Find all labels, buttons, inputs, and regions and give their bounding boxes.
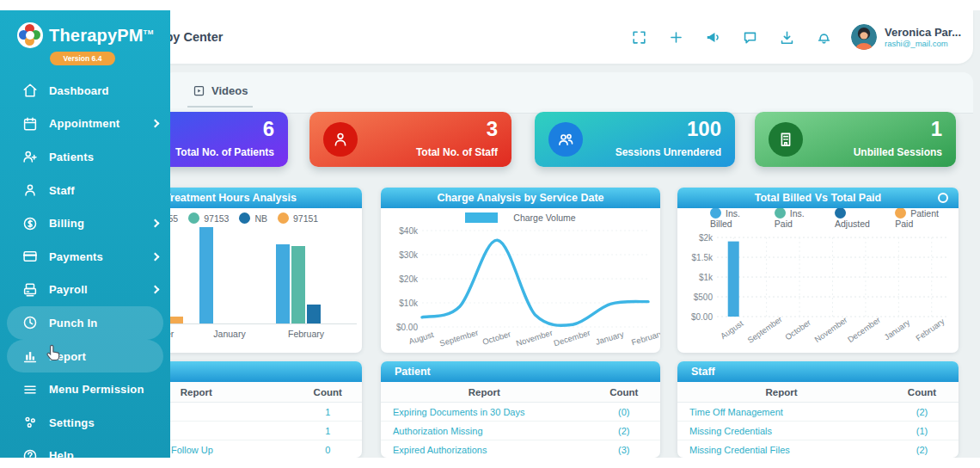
sidebar-item-dashboard[interactable]: Dashboard xyxy=(0,74,170,108)
report-count[interactable]: 1 xyxy=(293,407,362,417)
svg-text:$40k: $40k xyxy=(399,226,419,236)
stat-card-value: 6 xyxy=(263,117,274,141)
table-row: Expiring Documents in 30 Days (0) xyxy=(381,403,660,422)
sidebar-item-appointment[interactable]: Appointment xyxy=(0,108,170,141)
fullscreen-icon[interactable] xyxy=(631,29,647,46)
sidebar-item-patients[interactable]: Patients xyxy=(0,140,170,174)
svg-text:October: October xyxy=(783,317,812,342)
svg-text:November: November xyxy=(515,328,554,348)
stat-card-sessions-unrendered[interactable]: 100 Sessions Unrendered xyxy=(535,112,735,167)
user-menu[interactable]: Veronica Par... rashi@_mail.com xyxy=(848,21,973,53)
report-link[interactable]: Missing Credentials xyxy=(677,426,885,436)
sidebar-item-payroll[interactable]: Payroll xyxy=(0,274,170,307)
sidebar-item-staff[interactable]: Staff xyxy=(0,174,170,207)
report-table-patient: Patient Report Count Expiring Documents … xyxy=(381,361,660,458)
app-root: Therapy Center Veronica Par... rashi@_ma… xyxy=(0,10,980,458)
sidebar-item-label: Dashboard xyxy=(49,84,109,97)
report-count[interactable]: 1 xyxy=(293,426,362,436)
sidebar-item-menu-permission[interactable]: Menu Permission xyxy=(0,373,170,406)
charge-analysis-panel: Charge Analysis by Service Date Charge V… xyxy=(381,188,660,353)
chat-icon[interactable] xyxy=(742,29,758,46)
download-icon[interactable] xyxy=(779,29,795,46)
svg-text:September: September xyxy=(745,314,783,345)
report-link[interactable]: Missing Credential Files xyxy=(677,445,885,455)
legend-item: Adjusted xyxy=(835,207,885,229)
table-row: Expired Authorizations (3) xyxy=(381,440,660,458)
report-link[interactable]: Authorization Missing xyxy=(381,426,588,436)
header-icon-row xyxy=(631,29,848,46)
legend-item: NB xyxy=(239,212,267,224)
sidebar-item-label: Appointment xyxy=(49,117,119,130)
chevron-right-icon xyxy=(151,219,160,228)
sidebar-item-help[interactable]: Help xyxy=(0,440,170,458)
chevron-right-icon xyxy=(151,286,160,294)
bar-chart-icon xyxy=(22,348,38,364)
refresh-icon[interactable] xyxy=(938,193,948,203)
column-count: Count xyxy=(293,387,362,397)
table-row: Authorization Missing (2) xyxy=(381,422,660,440)
stat-card-unbilled-sessions[interactable]: 1 Unbilled Sessions xyxy=(755,112,956,167)
stat-card-total-no-of-staff[interactable]: 3 Total No. of Staff xyxy=(309,112,511,167)
sidebar-item-label: Payroll xyxy=(49,283,88,296)
sidebar: TherapyPMTM Version 6.4 Dashboard Appoin… xyxy=(0,10,170,458)
column-report: Report xyxy=(677,387,885,397)
bar-january-97155 xyxy=(199,227,213,323)
home-icon xyxy=(22,83,38,98)
column-report: Report xyxy=(381,387,588,397)
sidebar-item-label: Menu Permission xyxy=(49,383,144,396)
legend-item: 97153 xyxy=(188,212,229,224)
column-count: Count xyxy=(885,387,959,397)
user-icon xyxy=(323,122,358,157)
bell-icon[interactable] xyxy=(816,29,832,46)
app-logo: TherapyPMTM xyxy=(0,10,170,48)
table-column-headers: Report Count xyxy=(677,382,959,403)
sidebar-item-label: Patients xyxy=(49,151,94,163)
column-count: Count xyxy=(588,387,661,397)
billing-icon xyxy=(22,216,38,231)
report-count[interactable]: (0) xyxy=(588,407,661,417)
report-count[interactable]: (2) xyxy=(588,426,661,436)
table-row: Missing Credential Files (2) xyxy=(677,440,959,458)
report-link[interactable]: Expired Authorizations xyxy=(381,445,588,455)
sidebar-item-settings[interactable]: Settings xyxy=(0,406,170,440)
sidebar-item-billing[interactable]: Billing xyxy=(0,206,170,240)
svg-text:January: January xyxy=(882,317,911,342)
sidebar-item-label: Settings xyxy=(49,416,95,429)
nodes-icon xyxy=(22,415,38,430)
report-count[interactable]: (2) xyxy=(885,445,959,455)
chart-legend: Ins. BilledIns. PaidAdjustedPatient Paid xyxy=(677,208,959,227)
table-row: Time Off Management (2) xyxy=(677,403,959,422)
calendar-icon xyxy=(22,116,38,132)
report-count[interactable]: (1) xyxy=(885,426,959,436)
svg-text:December: December xyxy=(846,315,882,344)
stat-card-value: 100 xyxy=(687,117,721,141)
user-name: Veronica Par... xyxy=(885,26,961,39)
stat-card-label: Sessions Unrendered xyxy=(616,146,721,158)
report-count[interactable]: 0 xyxy=(293,445,362,455)
plus-icon[interactable] xyxy=(668,29,684,46)
svg-text:$1.5k: $1.5k xyxy=(692,253,714,262)
clock-icon xyxy=(22,315,38,330)
report-link[interactable]: Expiring Documents in 30 Days xyxy=(381,407,588,417)
svg-text:February: February xyxy=(630,329,660,348)
sidebar-nav: Dashboard Appointment Patients Staff Bil… xyxy=(0,74,170,458)
report-table-staff: Staff Report Count Time Off Management (… xyxy=(677,361,959,458)
svg-text:$0.00: $0.00 xyxy=(691,312,713,322)
tab-videos[interactable]: Videos xyxy=(187,81,253,108)
sidebar-item-payments[interactable]: Payments xyxy=(0,240,170,274)
user-email: rashi@_mail.com xyxy=(885,39,961,48)
sidebar-item-report[interactable]: Report xyxy=(7,340,163,373)
megaphone-icon[interactable] xyxy=(705,29,721,46)
cursor-hand-icon xyxy=(45,342,64,363)
svg-text:$500: $500 xyxy=(694,292,714,302)
logo-icon xyxy=(17,22,43,48)
sidebar-item-punch-in[interactable]: Punch In xyxy=(7,306,163,340)
report-count[interactable]: (3) xyxy=(588,445,661,455)
svg-text:$2k: $2k xyxy=(699,233,714,243)
sidebar-item-label: Help xyxy=(49,449,74,458)
report-count[interactable]: (2) xyxy=(885,407,959,417)
report-link[interactable]: Time Off Management xyxy=(677,407,885,417)
x-axis-label: January xyxy=(204,329,255,339)
users-icon xyxy=(548,122,583,157)
panel-title: Total Billed Vs Total Paid xyxy=(677,188,959,208)
